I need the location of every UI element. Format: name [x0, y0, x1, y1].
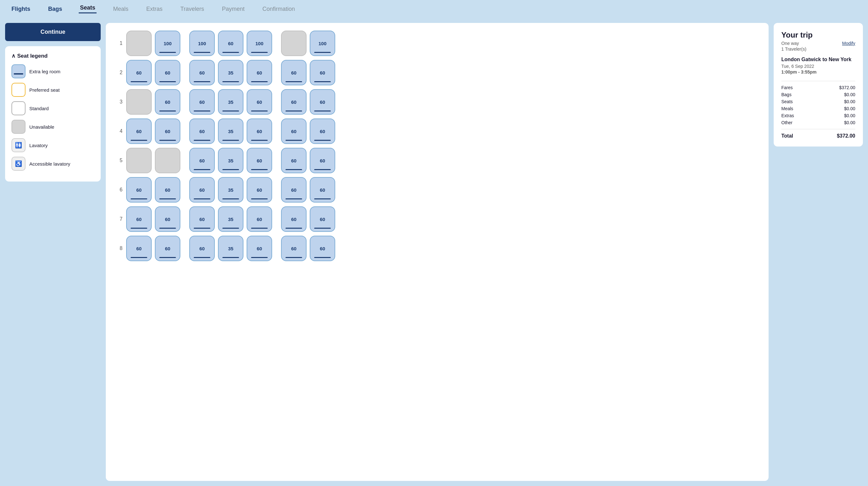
seat-group-left [126, 148, 180, 173]
seat [281, 31, 307, 56]
seat[interactable]: 35 [218, 89, 243, 115]
seat[interactable]: 60 [155, 119, 180, 144]
seat[interactable]: 100 [310, 31, 335, 56]
seat[interactable]: 60 [189, 236, 215, 261]
seat[interactable]: 60 [218, 31, 243, 56]
seat-group-left: 60 [126, 89, 180, 115]
fares-line: Fares $372.00 [781, 85, 855, 90]
nav-meals[interactable]: Meals [112, 6, 130, 12]
seat[interactable]: 60 [155, 60, 180, 85]
seat[interactable]: 60 [281, 89, 307, 115]
unavailable-label: Unavailable [29, 124, 54, 130]
chevron-up-icon: ∧ [11, 53, 15, 59]
preferred-label: Preferred seat [29, 87, 60, 93]
seat[interactable]: 60 [310, 206, 335, 232]
seat-group-middle: 603560 [189, 236, 272, 261]
seat[interactable]: 60 [247, 236, 272, 261]
seat-group-left: 6060 [126, 206, 180, 232]
trip-way-label: One way [781, 41, 799, 46]
seat[interactable]: 60 [126, 119, 152, 144]
seat[interactable]: 60 [247, 89, 272, 115]
total-label: Total [781, 133, 793, 139]
seat[interactable]: 35 [218, 60, 243, 85]
seat-group-left: 6060 [126, 177, 180, 202]
seat[interactable]: 60 [155, 89, 180, 115]
seat-group-right: 6060 [281, 177, 335, 202]
seat[interactable]: 60 [155, 206, 180, 232]
seat-group-middle: 603560 [189, 119, 272, 144]
legend-unavailable: Unavailable [11, 120, 94, 134]
seats-value: $0.00 [844, 99, 855, 104]
seat[interactable]: 60 [189, 206, 215, 232]
nav-travelers[interactable]: Travelers [179, 6, 205, 12]
seat[interactable]: 60 [247, 177, 272, 202]
seat-group-right: 6060 [281, 236, 335, 261]
seat[interactable]: 60 [310, 60, 335, 85]
seat[interactable]: 60 [310, 89, 335, 115]
seat-row: 660606035606060 [116, 177, 758, 202]
seat[interactable]: 60 [189, 148, 215, 173]
seat[interactable]: 60 [126, 206, 152, 232]
seat[interactable]: 35 [218, 236, 243, 261]
seat[interactable]: 60 [126, 177, 152, 202]
seat[interactable]: 100 [189, 31, 215, 56]
nav-bags[interactable]: Bags [47, 6, 63, 12]
seat[interactable]: 60 [310, 236, 335, 261]
seat-group-middle: 603560 [189, 89, 272, 115]
seat[interactable]: 60 [126, 60, 152, 85]
row-number: 1 [116, 40, 126, 46]
legend-lavatory: 🚻 Lavatory [11, 138, 94, 152]
seat[interactable]: 60 [281, 60, 307, 85]
trip-title: Your trip [781, 31, 855, 39]
seat-row: 56035606060 [116, 148, 758, 173]
seat[interactable]: 100 [155, 31, 180, 56]
sidebar: Continue ∧ Seat legend Extra leg room Pr… [5, 23, 101, 481]
seat-group-right: 6060 [281, 60, 335, 85]
seat[interactable]: 60 [189, 177, 215, 202]
seat[interactable]: 35 [218, 206, 243, 232]
seat[interactable]: 60 [247, 60, 272, 85]
seat[interactable]: 60 [281, 119, 307, 144]
row-number: 3 [116, 99, 126, 105]
nav-flights[interactable]: Flights [10, 6, 32, 12]
seat[interactable]: 60 [310, 148, 335, 173]
seat[interactable]: 35 [218, 148, 243, 173]
seat[interactable]: 60 [155, 177, 180, 202]
seat[interactable]: 60 [189, 119, 215, 144]
seat[interactable]: 60 [247, 119, 272, 144]
nav-payment[interactable]: Payment [220, 6, 246, 12]
seat-group-left: 6060 [126, 236, 180, 261]
seat[interactable]: 60 [126, 236, 152, 261]
trip-route: London Gatwick to New York [781, 57, 855, 62]
nav-extras[interactable]: Extras [145, 6, 164, 12]
seat-group-right: 6060 [281, 89, 335, 115]
seat[interactable]: 60 [189, 89, 215, 115]
seat[interactable]: 60 [189, 60, 215, 85]
trip-divider-2 [781, 129, 855, 129]
seat[interactable]: 100 [247, 31, 272, 56]
seat[interactable]: 60 [281, 177, 307, 202]
top-nav: Flights Bags Seats Meals Extras Traveler… [0, 0, 868, 18]
seat[interactable]: 60 [281, 236, 307, 261]
seat-group-left: 6060 [126, 60, 180, 85]
bags-line: Bags $0.00 [781, 92, 855, 97]
nav-confirmation[interactable]: Confirmation [261, 6, 296, 12]
seat[interactable]: 60 [281, 148, 307, 173]
seat[interactable]: 35 [218, 177, 243, 202]
unavailable-swatch [11, 120, 26, 134]
seat[interactable]: 60 [310, 119, 335, 144]
seat[interactable]: 60 [155, 236, 180, 261]
trip-divider-1 [781, 81, 855, 81]
seat[interactable]: 35 [218, 119, 243, 144]
seat [126, 148, 152, 173]
seat[interactable]: 60 [247, 148, 272, 173]
seat-group-middle: 603560 [189, 60, 272, 85]
trip-modify-link[interactable]: Modify [842, 41, 855, 46]
trip-time: 1:00pm - 3:55pm [781, 69, 855, 74]
nav-seats[interactable]: Seats [79, 4, 97, 13]
seat[interactable]: 60 [310, 177, 335, 202]
seat-map-scroll[interactable]: 1100100601001002606060356060603606035606… [106, 23, 769, 481]
seat[interactable]: 60 [247, 206, 272, 232]
continue-button[interactable]: Continue [5, 23, 101, 41]
seat[interactable]: 60 [281, 206, 307, 232]
